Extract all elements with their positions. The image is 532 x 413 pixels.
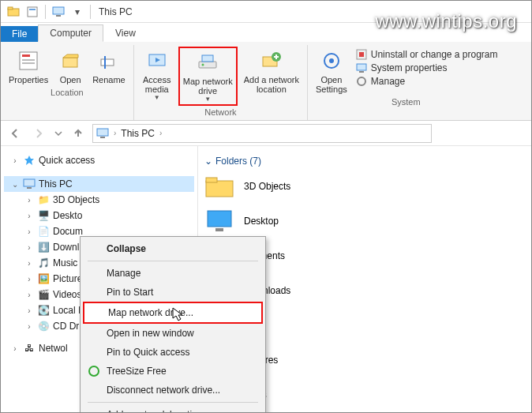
svg-rect-38 bbox=[215, 228, 223, 231]
manage-button[interactable]: Manage bbox=[355, 75, 498, 88]
nav-up-button[interactable] bbox=[69, 124, 88, 143]
access-media-icon bbox=[144, 48, 170, 73]
access-media-button[interactable]: Access media ▼ bbox=[139, 47, 175, 103]
ctx-add-network-location[interactable]: Add a network location bbox=[83, 405, 263, 413]
address-bar-row: › This PC › bbox=[1, 121, 531, 146]
properties-button[interactable]: Properties bbox=[6, 47, 51, 86]
folders-header[interactable]: ⌄ Folders (7) bbox=[204, 156, 525, 167]
ctx-pin-start[interactable]: Pin to Start bbox=[83, 283, 263, 302]
star-icon bbox=[23, 154, 36, 167]
svg-rect-18 bbox=[202, 55, 213, 62]
svg-rect-7 bbox=[22, 54, 30, 57]
add-location-icon bbox=[259, 48, 284, 73]
svg-rect-12 bbox=[101, 59, 114, 66]
tab-file[interactable]: File bbox=[1, 26, 38, 42]
folders-header-text: Folders (7) bbox=[215, 156, 261, 167]
nav-recent-button[interactable] bbox=[53, 124, 64, 143]
system-side-list: Uninstall or change a program System pro… bbox=[354, 47, 500, 89]
group-network: Access media ▼ Map network drive ▼ Add a… bbox=[134, 45, 308, 120]
dropdown-icon: ▼ bbox=[204, 96, 211, 103]
system-properties-button[interactable]: System properties bbox=[355, 62, 498, 74]
group-network-label: Network bbox=[204, 106, 236, 120]
svg-rect-16 bbox=[199, 62, 216, 68]
folder-icon bbox=[204, 173, 236, 200]
tree-quick-access-label: Quick access bbox=[39, 155, 95, 166]
desktop-icon: 🖥️ bbox=[37, 209, 50, 222]
separator bbox=[90, 5, 91, 19]
separator bbox=[88, 402, 258, 403]
chevron-right-icon: › bbox=[159, 129, 162, 137]
map-drive-icon bbox=[195, 50, 220, 75]
open-button[interactable]: Open bbox=[54, 47, 86, 86]
ctx-pin-quick-access[interactable]: Pin to Quick access bbox=[83, 343, 263, 362]
tree-3d-objects[interactable]: ›📁3D Objects bbox=[4, 192, 194, 208]
ctx-map-network-drive[interactable]: Map network drive... bbox=[83, 302, 263, 324]
drive-icon: 💽 bbox=[37, 304, 50, 317]
window-title: This PC bbox=[99, 6, 133, 17]
videos-icon: 🎬 bbox=[37, 288, 50, 301]
tree-label: Downl bbox=[53, 242, 79, 253]
folder-label: 3D Objects bbox=[244, 181, 290, 192]
qat-dropdown-icon[interactable]: ▾ bbox=[71, 6, 84, 18]
ctx-treesize[interactable]: TreeSize Free bbox=[83, 362, 263, 381]
network-icon: 🖧 bbox=[23, 342, 36, 355]
ctx-manage[interactable]: Manage bbox=[83, 264, 263, 283]
qat-properties-icon[interactable] bbox=[26, 6, 39, 18]
rename-button[interactable]: Rename bbox=[89, 47, 129, 86]
tree-this-pc-label: This PC bbox=[39, 178, 73, 190]
breadcrumb-this-pc[interactable]: This PC bbox=[121, 128, 155, 139]
group-location: Properties Open Rename Location bbox=[1, 45, 134, 120]
music-icon: 🎵 bbox=[37, 257, 50, 269]
qat-pc-icon[interactable] bbox=[52, 6, 65, 18]
chevron-down-icon: ⌄ bbox=[204, 156, 212, 167]
properties-label: Properties bbox=[9, 75, 48, 84]
add-location-label: Add a network location bbox=[244, 75, 299, 94]
folder-3d-objects[interactable]: 3D Objects bbox=[204, 173, 410, 200]
tree-label: 3D Objects bbox=[53, 194, 99, 205]
tree-quick-access[interactable]: › Quick access bbox=[4, 152, 194, 168]
open-settings-button[interactable]: Open Settings bbox=[313, 47, 350, 96]
map-network-drive-button[interactable]: Map network drive ▼ bbox=[178, 47, 238, 106]
map-drive-label: Map network drive bbox=[183, 77, 233, 96]
svg-rect-28 bbox=[359, 71, 364, 73]
svg-marker-11 bbox=[63, 54, 78, 58]
uninstall-program-button[interactable]: Uninstall or change a program bbox=[355, 48, 498, 61]
folder-desktop[interactable]: Desktop bbox=[204, 208, 410, 235]
nav-forward-button[interactable] bbox=[29, 124, 48, 143]
svg-rect-30 bbox=[97, 129, 108, 136]
ribbon: Properties Open Rename Location Access m… bbox=[1, 42, 531, 121]
svg-point-29 bbox=[358, 77, 365, 85]
uninstall-label: Uninstall or change a program bbox=[371, 49, 498, 60]
dropdown-icon: ▼ bbox=[154, 94, 160, 101]
svg-rect-34 bbox=[27, 187, 32, 189]
tree-desktop[interactable]: ›🖥️Deskto bbox=[4, 208, 194, 223]
folder-label: Desktop bbox=[244, 216, 279, 227]
ctx-disconnect-drive[interactable]: Disconnect network drive... bbox=[83, 381, 263, 400]
tab-view[interactable]: View bbox=[103, 24, 148, 42]
ctx-open-new-window[interactable]: Open in new window bbox=[83, 324, 263, 343]
nav-back-button[interactable] bbox=[6, 124, 24, 143]
pc-icon bbox=[96, 127, 109, 140]
svg-rect-2 bbox=[28, 7, 37, 17]
address-bar[interactable]: › This PC › bbox=[92, 124, 432, 143]
svg-rect-5 bbox=[56, 15, 61, 17]
tab-computer[interactable]: Computer bbox=[38, 24, 103, 42]
pc-icon bbox=[23, 178, 36, 190]
svg-point-17 bbox=[202, 64, 204, 66]
cursor-icon bbox=[171, 306, 185, 321]
add-network-location-button[interactable]: Add a network location bbox=[241, 47, 302, 96]
group-system-label: System bbox=[392, 96, 421, 110]
tree-label: Local I bbox=[53, 305, 81, 316]
tree-label: Docum bbox=[53, 226, 83, 237]
expand-icon[interactable]: › bbox=[10, 156, 20, 165]
access-media-label: Access media bbox=[143, 75, 170, 94]
ctx-collapse[interactable]: Collapse bbox=[83, 239, 263, 258]
collapse-icon[interactable]: ⌄ bbox=[10, 180, 20, 189]
desktop-icon bbox=[204, 208, 236, 235]
cd-icon: 💿 bbox=[37, 320, 50, 332]
tree-this-pc[interactable]: ⌄ This PC bbox=[4, 176, 194, 192]
separator bbox=[45, 5, 46, 19]
svg-rect-27 bbox=[357, 64, 366, 70]
context-menu: Collapse Manage Pin to Start Map network… bbox=[80, 236, 266, 413]
folder-icon: 📁 bbox=[37, 193, 50, 206]
